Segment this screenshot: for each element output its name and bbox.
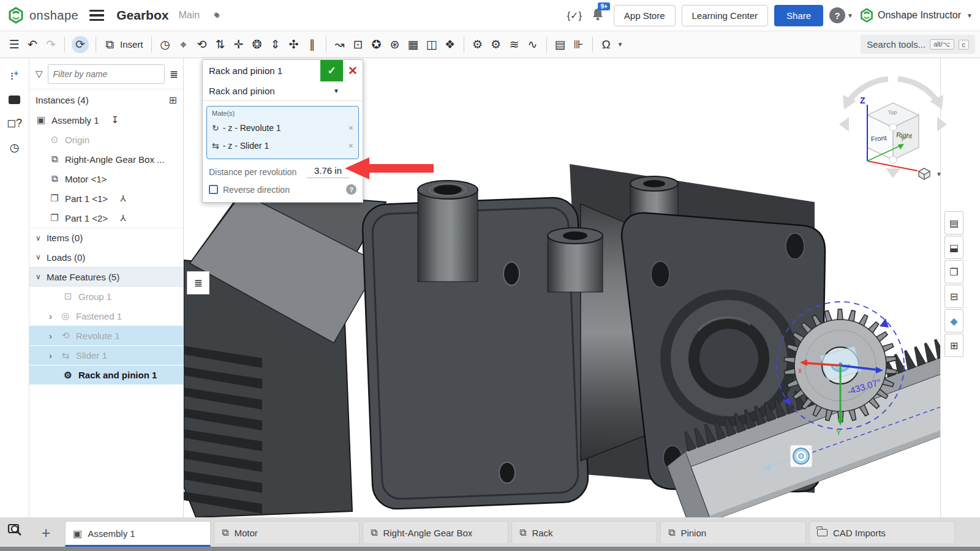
reverse-direction-checkbox[interactable] (209, 185, 218, 194)
parallel-mate-icon[interactable]: ∥ (303, 36, 322, 54)
list-view-icon[interactable]: ≣ (170, 68, 178, 81)
dialog-accept-button[interactable]: ✓ (320, 60, 343, 81)
pin-slot-mate-icon[interactable]: ✣ (285, 36, 303, 54)
group-icon[interactable]: ⊡ (349, 36, 368, 54)
parts-panel-icon[interactable]: ❐ (944, 260, 963, 283)
tree-row-mate-features[interactable]: ∨ Mate Features (5) (29, 267, 183, 287)
exploded-view-icon[interactable]: ❖ (441, 36, 459, 54)
drawing-panel-icon[interactable]: ⊟ (944, 285, 963, 308)
tab-cad-imports[interactable]: CAD Imports (809, 521, 955, 544)
comment-icon[interactable] (9, 96, 20, 104)
chevron-right-icon[interactable]: › (49, 331, 55, 341)
float-icon[interactable]: Y (120, 193, 126, 204)
tab-pinion[interactable]: ⧉ Pinion (660, 521, 806, 544)
history-icon[interactable]: ◷ (10, 142, 20, 153)
tab-motor[interactable]: ⧉ Motor (214, 521, 360, 544)
fastened-mate-icon[interactable]: ⌖ (175, 36, 193, 54)
part-help-icon[interactable]: ◻? (7, 118, 22, 129)
learning-center-button[interactable]: Learning Center (682, 5, 769, 26)
add-folder-icon[interactable]: ⊞ (169, 94, 177, 106)
cylindrical-mate-icon[interactable]: ⇕ (266, 36, 285, 54)
chevron-right-icon[interactable]: › (49, 350, 55, 361)
assembly-features-flyout-button[interactable]: ≣ (187, 271, 209, 294)
branch-name[interactable]: Main (178, 10, 200, 21)
tree-row-part1-1[interactable]: ❐ Part 1 <1> Y (29, 189, 183, 208)
update-icon[interactable]: ⟳ (72, 36, 89, 53)
ball-mate-icon[interactable]: ❂ (248, 36, 266, 54)
help-menu[interactable]: ? ▼ (829, 7, 853, 23)
fixed-icon[interactable]: ↧ (111, 114, 119, 126)
tree-row-loads[interactable]: ∨ Loads (0) (29, 247, 183, 267)
tree-row-fastened1[interactable]: › ◎ Fastened 1 (29, 306, 183, 326)
pattern-icon[interactable]: ▦ (404, 36, 423, 54)
tree-row-revolute1[interactable]: › ⟲ Revolute 1 (29, 326, 183, 345)
remove-mate-icon[interactable]: × (349, 141, 353, 151)
gearbox-post-mid[interactable] (548, 228, 603, 292)
search-tools-field[interactable]: Search tools... alt/⌥ c (861, 35, 975, 54)
rack-pinion-relation-icon[interactable]: ⚙ (487, 36, 505, 54)
filter-input[interactable] (48, 64, 165, 84)
relation-type-select[interactable]: Rack and pinion ▼ (203, 81, 363, 101)
dialog-cancel-button[interactable]: ✕ (343, 60, 363, 81)
mate-connector-icon[interactable]: ✪ (368, 36, 386, 54)
dialog-help-icon[interactable]: ? (346, 184, 356, 195)
belt-relation-icon[interactable]: ∿ (524, 36, 542, 54)
rotate-right-arrow[interactable] (937, 117, 947, 132)
tree-row-items[interactable]: ∨ Items (0) (29, 228, 183, 247)
tangent-mate-icon[interactable]: ↝ (331, 36, 349, 54)
filter-icon[interactable]: ▽ (36, 69, 43, 80)
share-link-icon[interactable]: ⚭ (209, 7, 225, 23)
insert-label[interactable]: Insert (120, 39, 143, 50)
screw-relation-icon[interactable]: ≋ (505, 36, 524, 54)
app-store-button[interactable]: App Store (614, 5, 676, 26)
motor-body[interactable] (184, 191, 386, 517)
planar-mate-icon[interactable]: ✛ (230, 36, 248, 54)
appearance-panel-icon[interactable]: ◆ (944, 309, 963, 332)
view-options-menu[interactable]: ▼ (918, 167, 942, 181)
notifications-bell[interactable]: 9+ (592, 7, 604, 23)
main-menu-icon[interactable] (89, 10, 104, 21)
onshape-logo[interactable]: onshape (7, 7, 78, 24)
tab-search-icon[interactable] (7, 521, 24, 541)
tree-row-origin[interactable]: ⊙ Origin (29, 130, 183, 149)
tree-row-group1[interactable]: ⊡ Group 1 (29, 287, 183, 306)
tree-row-part1-2[interactable]: ❐ Part 1 <2> Y (29, 208, 183, 228)
insert-icon[interactable]: ⧉ (100, 36, 119, 54)
replicate-icon[interactable]: ⊛ (386, 36, 404, 54)
tree-row-motor[interactable]: ⧉ Motor <1> (29, 169, 183, 189)
mate-item-revolute[interactable]: ↻ - z - Revolute 1 × (212, 119, 353, 137)
named-positions-icon[interactable]: ⊪ (570, 36, 588, 54)
account-menu[interactable]: Onshape Instructor ▼ (859, 8, 973, 23)
bom-panel-icon[interactable]: ▤ (944, 211, 963, 234)
slider-mate-icon[interactable]: ⇅ (211, 36, 230, 54)
mate-item-slider[interactable]: ⇆ - z - Slider 1 × (212, 137, 353, 154)
configuration-panel-icon[interactable]: ⊞ (944, 334, 963, 357)
graphics-viewport[interactable]: x Y -433.07° (184, 58, 940, 517)
float-icon[interactable]: Y (120, 213, 126, 223)
tab-right-angle-gear-box[interactable]: ⧉ Right-Angle Gear Box (363, 521, 508, 544)
gearbox-post-left[interactable] (418, 181, 478, 282)
toolbar-more-chevron-icon[interactable]: ▼ (617, 41, 624, 48)
gear-relation-icon[interactable]: ⚙ (469, 36, 487, 54)
tree-row-rack-and-pinion1[interactable]: ⚙ Rack and pinion 1 (29, 365, 183, 384)
add-instance-icon[interactable]: ⁝+ (10, 69, 18, 82)
mate-icon[interactable]: ◷ (156, 36, 175, 54)
feature-manager-icon[interactable]: ☰ (5, 36, 23, 54)
rotate-down-arrow[interactable] (886, 168, 900, 178)
measure-icon[interactable]: Ω (597, 36, 616, 54)
chevron-right-icon[interactable]: › (49, 311, 55, 321)
tree-row-assembly[interactable]: ▣ Assembly 1 ↧ (29, 110, 183, 130)
rotate-left-arrow[interactable] (839, 117, 849, 132)
remove-mate-icon[interactable]: × (349, 123, 353, 133)
redo-icon[interactable]: ↷ (42, 36, 60, 54)
distance-input[interactable]: 3.76 in (307, 165, 349, 178)
display-states-panel-icon[interactable]: ⬓ (944, 236, 963, 259)
tree-row-slider1[interactable]: › ⇆ Slider 1 (29, 345, 183, 365)
add-tab-button[interactable]: + (36, 524, 56, 542)
tab-rack[interactable]: ⧉ Rack (511, 521, 657, 544)
tree-row-right-angle-gear-box[interactable]: ⧉ Right-Angle Gear Box ... (29, 149, 183, 169)
bom-icon[interactable]: ▤ (551, 36, 570, 54)
undo-icon[interactable]: ↶ (23, 36, 42, 54)
display-table-icon[interactable]: ◫ (423, 36, 441, 54)
tab-assembly1[interactable]: ▣ Assembly 1 (65, 521, 211, 547)
